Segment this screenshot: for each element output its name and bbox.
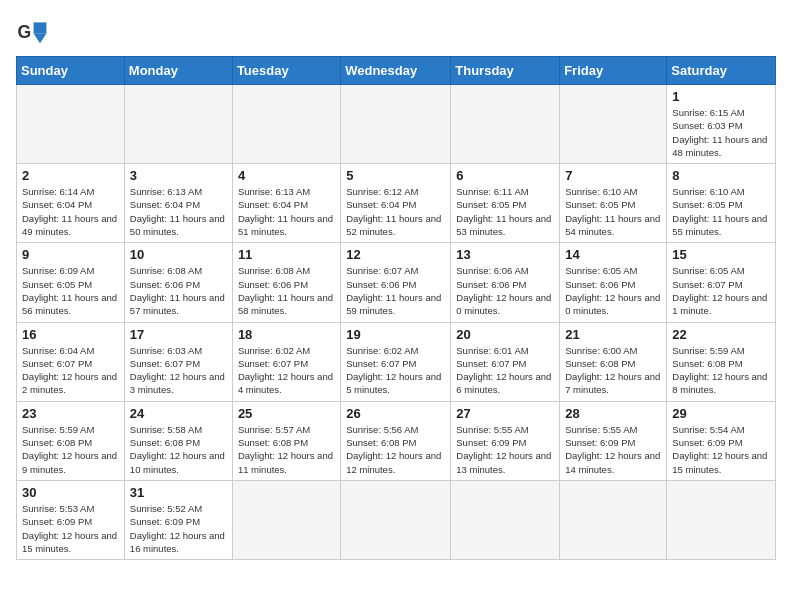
day-number: 17	[130, 327, 227, 342]
day-info: Sunrise: 6:06 AM Sunset: 6:06 PM Dayligh…	[456, 264, 554, 317]
day-cell: 31Sunrise: 5:52 AM Sunset: 6:09 PM Dayli…	[124, 480, 232, 559]
day-cell: 3Sunrise: 6:13 AM Sunset: 6:04 PM Daylig…	[124, 164, 232, 243]
col-header-wednesday: Wednesday	[341, 57, 451, 85]
day-cell: 9Sunrise: 6:09 AM Sunset: 6:05 PM Daylig…	[17, 243, 125, 322]
day-info: Sunrise: 5:52 AM Sunset: 6:09 PM Dayligh…	[130, 502, 227, 555]
day-cell: 25Sunrise: 5:57 AM Sunset: 6:08 PM Dayli…	[232, 401, 340, 480]
col-header-sunday: Sunday	[17, 57, 125, 85]
day-cell: 18Sunrise: 6:02 AM Sunset: 6:07 PM Dayli…	[232, 322, 340, 401]
day-info: Sunrise: 6:15 AM Sunset: 6:03 PM Dayligh…	[672, 106, 770, 159]
day-number: 2	[22, 168, 119, 183]
day-number: 28	[565, 406, 661, 421]
day-cell: 4Sunrise: 6:13 AM Sunset: 6:04 PM Daylig…	[232, 164, 340, 243]
day-number: 7	[565, 168, 661, 183]
day-number: 20	[456, 327, 554, 342]
day-number: 24	[130, 406, 227, 421]
day-number: 22	[672, 327, 770, 342]
day-number: 4	[238, 168, 335, 183]
day-number: 15	[672, 247, 770, 262]
day-cell: 12Sunrise: 6:07 AM Sunset: 6:06 PM Dayli…	[341, 243, 451, 322]
day-number: 6	[456, 168, 554, 183]
day-number: 25	[238, 406, 335, 421]
week-row-1: 2Sunrise: 6:14 AM Sunset: 6:04 PM Daylig…	[17, 164, 776, 243]
day-cell	[451, 480, 560, 559]
day-info: Sunrise: 5:57 AM Sunset: 6:08 PM Dayligh…	[238, 423, 335, 476]
week-row-4: 23Sunrise: 5:59 AM Sunset: 6:08 PM Dayli…	[17, 401, 776, 480]
day-cell: 19Sunrise: 6:02 AM Sunset: 6:07 PM Dayli…	[341, 322, 451, 401]
calendar: SundayMondayTuesdayWednesdayThursdayFrid…	[16, 56, 776, 560]
day-info: Sunrise: 6:05 AM Sunset: 6:07 PM Dayligh…	[672, 264, 770, 317]
day-cell: 14Sunrise: 6:05 AM Sunset: 6:06 PM Dayli…	[560, 243, 667, 322]
day-cell: 26Sunrise: 5:56 AM Sunset: 6:08 PM Dayli…	[341, 401, 451, 480]
day-number: 1	[672, 89, 770, 104]
day-info: Sunrise: 6:11 AM Sunset: 6:05 PM Dayligh…	[456, 185, 554, 238]
day-cell	[667, 480, 776, 559]
day-info: Sunrise: 6:02 AM Sunset: 6:07 PM Dayligh…	[238, 344, 335, 397]
day-number: 13	[456, 247, 554, 262]
day-number: 30	[22, 485, 119, 500]
col-header-saturday: Saturday	[667, 57, 776, 85]
day-info: Sunrise: 6:04 AM Sunset: 6:07 PM Dayligh…	[22, 344, 119, 397]
day-cell: 17Sunrise: 6:03 AM Sunset: 6:07 PM Dayli…	[124, 322, 232, 401]
day-info: Sunrise: 6:08 AM Sunset: 6:06 PM Dayligh…	[238, 264, 335, 317]
day-info: Sunrise: 6:03 AM Sunset: 6:07 PM Dayligh…	[130, 344, 227, 397]
day-cell: 15Sunrise: 6:05 AM Sunset: 6:07 PM Dayli…	[667, 243, 776, 322]
day-number: 16	[22, 327, 119, 342]
day-number: 9	[22, 247, 119, 262]
day-cell	[560, 85, 667, 164]
col-header-monday: Monday	[124, 57, 232, 85]
day-info: Sunrise: 5:59 AM Sunset: 6:08 PM Dayligh…	[22, 423, 119, 476]
day-info: Sunrise: 6:13 AM Sunset: 6:04 PM Dayligh…	[130, 185, 227, 238]
day-cell: 23Sunrise: 5:59 AM Sunset: 6:08 PM Dayli…	[17, 401, 125, 480]
day-cell: 2Sunrise: 6:14 AM Sunset: 6:04 PM Daylig…	[17, 164, 125, 243]
day-info: Sunrise: 6:10 AM Sunset: 6:05 PM Dayligh…	[565, 185, 661, 238]
header-row: SundayMondayTuesdayWednesdayThursdayFrid…	[17, 57, 776, 85]
day-number: 14	[565, 247, 661, 262]
day-info: Sunrise: 5:56 AM Sunset: 6:08 PM Dayligh…	[346, 423, 445, 476]
day-info: Sunrise: 6:07 AM Sunset: 6:06 PM Dayligh…	[346, 264, 445, 317]
day-cell: 7Sunrise: 6:10 AM Sunset: 6:05 PM Daylig…	[560, 164, 667, 243]
logo: G	[16, 16, 52, 48]
day-cell	[341, 480, 451, 559]
day-number: 21	[565, 327, 661, 342]
day-info: Sunrise: 6:05 AM Sunset: 6:06 PM Dayligh…	[565, 264, 661, 317]
day-info: Sunrise: 6:14 AM Sunset: 6:04 PM Dayligh…	[22, 185, 119, 238]
day-cell: 22Sunrise: 5:59 AM Sunset: 6:08 PM Dayli…	[667, 322, 776, 401]
day-cell: 1Sunrise: 6:15 AM Sunset: 6:03 PM Daylig…	[667, 85, 776, 164]
day-number: 11	[238, 247, 335, 262]
logo-icon: G	[16, 16, 48, 48]
day-cell: 10Sunrise: 6:08 AM Sunset: 6:06 PM Dayli…	[124, 243, 232, 322]
day-cell: 5Sunrise: 6:12 AM Sunset: 6:04 PM Daylig…	[341, 164, 451, 243]
day-info: Sunrise: 5:54 AM Sunset: 6:09 PM Dayligh…	[672, 423, 770, 476]
day-cell: 27Sunrise: 5:55 AM Sunset: 6:09 PM Dayli…	[451, 401, 560, 480]
day-cell: 21Sunrise: 6:00 AM Sunset: 6:08 PM Dayli…	[560, 322, 667, 401]
day-cell: 30Sunrise: 5:53 AM Sunset: 6:09 PM Dayli…	[17, 480, 125, 559]
svg-marker-1	[34, 22, 47, 33]
day-cell: 13Sunrise: 6:06 AM Sunset: 6:06 PM Dayli…	[451, 243, 560, 322]
day-number: 31	[130, 485, 227, 500]
day-info: Sunrise: 6:08 AM Sunset: 6:06 PM Dayligh…	[130, 264, 227, 317]
week-row-3: 16Sunrise: 6:04 AM Sunset: 6:07 PM Dayli…	[17, 322, 776, 401]
day-cell: 20Sunrise: 6:01 AM Sunset: 6:07 PM Dayli…	[451, 322, 560, 401]
day-number: 23	[22, 406, 119, 421]
day-cell	[560, 480, 667, 559]
day-number: 10	[130, 247, 227, 262]
day-number: 26	[346, 406, 445, 421]
day-cell: 28Sunrise: 5:55 AM Sunset: 6:09 PM Dayli…	[560, 401, 667, 480]
day-info: Sunrise: 5:55 AM Sunset: 6:09 PM Dayligh…	[565, 423, 661, 476]
day-cell	[232, 85, 340, 164]
day-number: 19	[346, 327, 445, 342]
day-info: Sunrise: 5:53 AM Sunset: 6:09 PM Dayligh…	[22, 502, 119, 555]
day-cell	[124, 85, 232, 164]
col-header-friday: Friday	[560, 57, 667, 85]
day-number: 3	[130, 168, 227, 183]
day-cell	[451, 85, 560, 164]
day-cell: 29Sunrise: 5:54 AM Sunset: 6:09 PM Dayli…	[667, 401, 776, 480]
day-info: Sunrise: 5:58 AM Sunset: 6:08 PM Dayligh…	[130, 423, 227, 476]
page: G SundayMondayTuesdayWednesdayThursdayFr…	[0, 0, 792, 612]
week-row-5: 30Sunrise: 5:53 AM Sunset: 6:09 PM Dayli…	[17, 480, 776, 559]
day-cell: 24Sunrise: 5:58 AM Sunset: 6:08 PM Dayli…	[124, 401, 232, 480]
week-row-0: 1Sunrise: 6:15 AM Sunset: 6:03 PM Daylig…	[17, 85, 776, 164]
day-cell	[232, 480, 340, 559]
day-cell: 11Sunrise: 6:08 AM Sunset: 6:06 PM Dayli…	[232, 243, 340, 322]
